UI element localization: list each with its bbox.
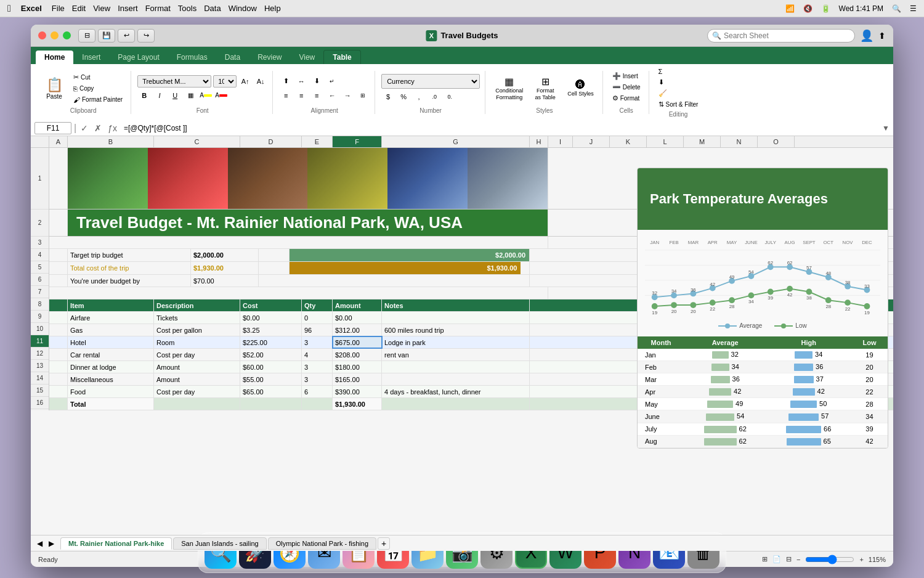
clear-button[interactable]: 🧹 (655, 88, 702, 99)
col-header-n[interactable]: N (721, 136, 758, 147)
cell-c10[interactable]: Cost per gallon (154, 324, 240, 336)
menu-format[interactable]: Format (145, 4, 171, 13)
indent-increase-button[interactable]: → (341, 89, 354, 102)
col-header-m[interactable]: M (684, 136, 721, 147)
insert-function-icon[interactable]: ƒx (108, 123, 117, 133)
cell-d4[interactable]: $2,000.00 (191, 249, 259, 261)
increase-font-button[interactable]: A↑ (238, 75, 252, 88)
cell-a5[interactable] (49, 262, 68, 274)
close-button[interactable] (38, 31, 46, 39)
search-input[interactable] (707, 29, 855, 43)
border-button[interactable]: ▦ (184, 89, 197, 102)
underline-button[interactable]: U (168, 89, 182, 102)
undo-button[interactable]: ↩ (118, 29, 135, 43)
cell-d9[interactable]: $0.00 (240, 312, 302, 324)
cell-b13[interactable]: Dinner at lodge (68, 361, 154, 373)
tab-insert[interactable]: Insert (73, 51, 109, 64)
cell-g10[interactable]: 600 miles round trip (382, 324, 530, 336)
bold-button[interactable]: B (137, 89, 151, 102)
cell-b16[interactable]: Total (68, 398, 154, 410)
menu-file[interactable]: File (52, 4, 65, 13)
col-header-a[interactable]: A (49, 136, 68, 147)
col-header-c[interactable]: C (154, 136, 240, 147)
cell-g16[interactable] (382, 398, 530, 410)
format-cells-button[interactable]: ⚙Format (609, 93, 644, 104)
row-num-4[interactable]: 4 (31, 249, 49, 261)
normal-view-icon[interactable]: ⊞ (762, 555, 768, 563)
indent-decrease-button[interactable]: ← (325, 89, 339, 102)
cell-d11[interactable]: $225.00 (240, 336, 302, 348)
col-header-b[interactable]: B (68, 136, 154, 147)
cell-g8-header[interactable]: Notes (382, 299, 530, 311)
row-num-16[interactable]: 16 (31, 397, 49, 409)
cell-e4[interactable] (259, 249, 290, 261)
align-left-button[interactable]: ≡ (279, 89, 293, 102)
col-header-g[interactable]: G (382, 136, 530, 147)
row-num-7[interactable]: 7 (31, 286, 49, 298)
paste-button[interactable]: 📋 Paste (41, 75, 68, 102)
sort-filter-button[interactable]: ⇅Sort & Filter (655, 99, 702, 110)
font-size-select[interactable]: 10 (213, 75, 237, 88)
cell-e9[interactable]: 0 (302, 312, 333, 324)
minimize-button[interactable] (51, 31, 59, 39)
fill-color-button[interactable]: A (199, 89, 213, 102)
cell-b9[interactable]: Airfare (68, 312, 154, 324)
menu-data[interactable]: Data (204, 4, 221, 13)
row-num-9[interactable]: 9 (31, 311, 49, 323)
cut-button[interactable]: ✂Cut (70, 72, 126, 83)
cell-d14[interactable]: $55.00 (240, 373, 302, 385)
col-header-i[interactable]: I (548, 136, 573, 147)
cell-a1[interactable] (49, 148, 68, 209)
cell-c14[interactable]: Amount (154, 373, 240, 385)
align-top-button[interactable]: ⬆ (279, 75, 293, 88)
cell-a6[interactable] (49, 275, 68, 287)
cell-e5[interactable] (259, 262, 290, 274)
cell-a8[interactable] (49, 299, 68, 311)
cell-e6[interactable] (259, 275, 530, 287)
cell-b12[interactable]: Car rental (68, 349, 154, 360)
conditional-formatting-button[interactable]: ▦ ConditionalFormatting (492, 73, 527, 104)
maximize-button[interactable] (63, 31, 71, 39)
cell-a13[interactable] (49, 361, 68, 373)
cell-e14[interactable]: 3 (302, 373, 333, 385)
cell-b4[interactable]: Target trip budget (68, 249, 191, 261)
page-layout-icon[interactable]: 📄 (772, 555, 781, 563)
cell-c11[interactable]: Room (154, 336, 240, 348)
cell-a15[interactable] (49, 386, 68, 397)
cell-e10[interactable]: 96 (302, 324, 333, 336)
align-right-button[interactable]: ≡ (310, 89, 323, 102)
cell-d10[interactable]: $3.25 (240, 324, 302, 336)
align-middle-button[interactable]: ↔ (294, 75, 308, 88)
next-tab-button[interactable]: ▶ (46, 538, 57, 549)
cell-d8-header[interactable]: Cost (240, 299, 302, 311)
prev-tab-button[interactable]: ◀ (34, 538, 45, 549)
menu-help[interactable]: Help (264, 4, 281, 13)
font-name-select[interactable]: Trebuchet M... (137, 75, 211, 88)
cell-f16[interactable]: $1,930.00 (333, 398, 382, 410)
cell-d13[interactable]: $60.00 (240, 361, 302, 373)
format-as-table-button[interactable]: ⊞ Formatas Table (529, 73, 561, 104)
cell-c16[interactable] (154, 398, 240, 410)
cell-e8-header[interactable]: Qty (302, 299, 333, 311)
sidebar-toggle[interactable]: ⊟ (78, 29, 95, 43)
cell-a14[interactable] (49, 373, 68, 385)
currency-button[interactable]: $ (381, 91, 395, 103)
formula-expand-icon[interactable]: ▼ (882, 124, 890, 132)
cell-f15[interactable]: $390.00 (333, 386, 382, 397)
cell-b6[interactable]: You're under budget by (68, 275, 191, 287)
cell-a16[interactable] (49, 398, 68, 410)
cell-c9[interactable]: Tickets (154, 312, 240, 324)
cell-f10[interactable]: $312.00 (333, 324, 382, 336)
italic-button[interactable]: I (153, 89, 166, 102)
cell-title[interactable]: Travel Budget - Mt. Rainier National Par… (68, 210, 548, 236)
decrease-decimal-button[interactable]: 0. (443, 91, 456, 103)
cell-d12[interactable]: $52.00 (240, 349, 302, 360)
decrease-font-button[interactable]: A↓ (254, 75, 267, 88)
percent-button[interactable]: % (397, 91, 410, 103)
cell-a3-span[interactable] (49, 237, 548, 248)
fullscreen-icon[interactable]: ⬆ (878, 31, 886, 41)
row-num-10[interactable]: 10 (31, 323, 49, 335)
cell-a11[interactable] (49, 336, 68, 348)
col-header-d[interactable]: D (240, 136, 302, 147)
cell-g11[interactable]: Lodge in park (382, 336, 530, 348)
